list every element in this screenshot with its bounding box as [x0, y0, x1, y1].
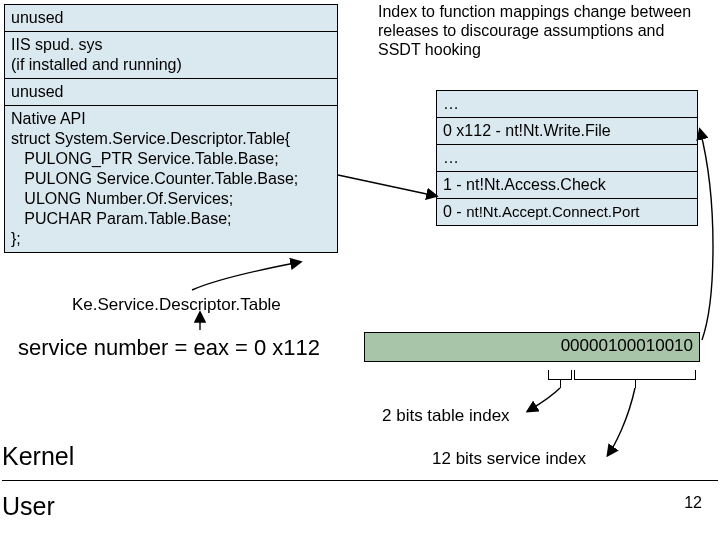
entry-ellipsis-top: … [436, 90, 698, 118]
ssdt-slot-2: IIS spud. sys (if installed and running) [4, 32, 338, 79]
ke-service-descriptor-table-label: Ke.Service.Descriptor.Table [72, 295, 281, 315]
entry-ellipsis-mid: … [436, 145, 698, 172]
explanation-text: Index to function mappings change betwee… [378, 2, 708, 60]
entry-0-func: nt!Nt.Accept.Connect.Port [466, 203, 639, 220]
ssdt-slot-0-native-api: Native API struct System.Service.Descrip… [4, 106, 338, 253]
entry-0x112: 0 x112 - nt!Nt.Write.File [436, 118, 698, 145]
bracket-12bits [574, 370, 696, 380]
bracket-2bits [548, 370, 572, 380]
ssdt-slots-table: unused IIS spud. sys (if installed and r… [4, 4, 338, 253]
binary-value-box: 00000100010010 [364, 332, 700, 362]
entry-1: 1 - nt!Nt.Access.Check [436, 172, 698, 199]
service-number-equation: service number = eax = 0 x112 [18, 335, 320, 361]
user-label: User [2, 492, 55, 521]
ssdt-slot-1: unused [4, 79, 338, 106]
ssdt-slot-3: unused [4, 4, 338, 32]
service-table-entries: … 0 x112 - nt!Nt.Write.File … 1 - nt!Nt.… [436, 90, 698, 226]
label-12bits-service-index: 12 bits service index [432, 449, 586, 469]
label-2bits-table-index: 2 bits table index [382, 406, 510, 426]
kernel-label: Kernel [2, 442, 74, 471]
entry-0: 0 - nt!Nt.Accept.Connect.Port [436, 199, 698, 226]
entry-0-index: 0 - [443, 203, 466, 220]
slide-number: 12 [684, 494, 702, 512]
kernel-user-divider [2, 480, 718, 481]
